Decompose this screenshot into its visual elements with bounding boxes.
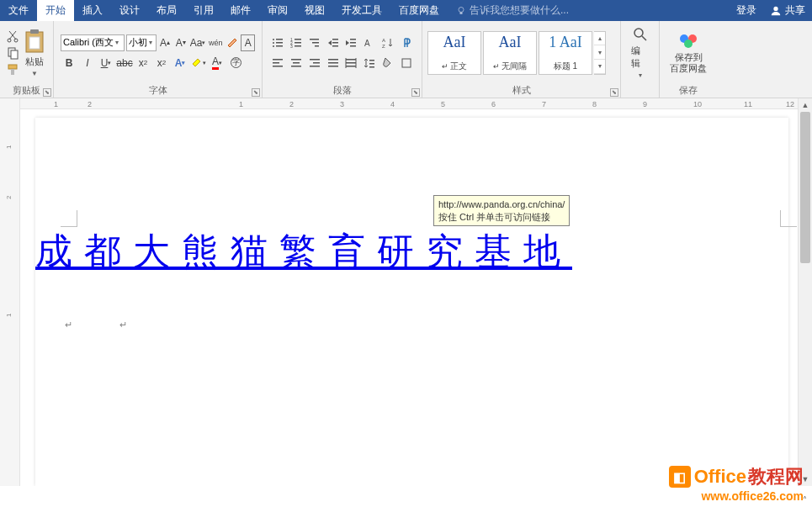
copy-icon[interactable] [5, 45, 20, 61]
tell-me[interactable]: 告诉我您想要做什么... [448, 3, 577, 18]
tab-insert[interactable]: 插入 [74, 0, 111, 21]
tab-mailings[interactable]: 邮件 [222, 0, 259, 21]
tab-references[interactable]: 引用 [185, 0, 222, 21]
crop-mark [61, 210, 77, 227]
vertical-scrollbar[interactable]: ▲ ▼ [798, 98, 812, 486]
bold-button[interactable]: B [61, 55, 77, 71]
shrink-font-icon[interactable]: A▾ [173, 34, 188, 51]
font-color-button[interactable]: A▾ [209, 55, 226, 71]
tab-layout[interactable]: 布局 [148, 0, 185, 21]
distributed-icon[interactable] [343, 55, 360, 71]
align-justify-icon[interactable] [325, 55, 342, 71]
clipboard-launcher[interactable]: ⬊ [43, 88, 51, 97]
search-icon [632, 26, 649, 43]
style-normal[interactable]: AaI ↵正文 [427, 31, 481, 75]
tab-home[interactable]: 开始 [37, 0, 74, 21]
enclosed-char-button[interactable]: 字 [227, 55, 244, 71]
line-spacing-icon[interactable] [361, 55, 378, 71]
ruler-mark: 3 [340, 100, 344, 108]
paragraph-mark: ↵ [119, 320, 127, 330]
paste-button[interactable]: 粘贴 ▼ [22, 25, 47, 81]
cut-icon[interactable] [5, 29, 20, 44]
document-area: 1 2 1 1 2 1 2 3 4 5 6 7 8 9 10 11 12 成都大… [0, 98, 812, 486]
svg-text:A: A [364, 39, 370, 48]
share-label: 共享 [785, 3, 805, 18]
share-button[interactable]: 共享 [763, 3, 812, 18]
svg-rect-13 [276, 39, 283, 40]
ruler-mark: 11 [744, 100, 752, 108]
change-case-icon[interactable]: Aa▾ [189, 34, 206, 51]
text-effects-button[interactable]: A▾ [172, 55, 188, 71]
subscript-button[interactable]: x2 [135, 55, 151, 71]
scroll-up-icon[interactable]: ▲ [799, 98, 812, 112]
tooltip-hint: 按住 Ctrl 并单击可访问链接 [438, 211, 565, 223]
grow-font-icon[interactable]: A▴ [158, 34, 172, 51]
asian-layout-icon[interactable]: A [361, 34, 378, 51]
bullets-icon[interactable] [269, 34, 286, 51]
svg-point-14 [273, 42, 274, 44]
clipboard-label: 剪贴板 [13, 85, 40, 95]
increase-indent-icon[interactable] [343, 34, 360, 51]
page[interactable]: 成都大熊猫繁育研究基地 http://www.panda.org.cn/chin… [35, 118, 788, 486]
borders-icon[interactable] [398, 55, 415, 71]
tab-review[interactable]: 审阅 [259, 0, 296, 21]
paragraph-launcher[interactable]: ⬊ [411, 88, 420, 97]
scroll-thumb[interactable] [800, 112, 810, 263]
svg-rect-43 [313, 62, 320, 64]
hyperlink-heading[interactable]: 成都大熊猫繁育研究基地 [35, 227, 572, 277]
show-marks-icon[interactable] [398, 34, 415, 51]
vertical-ruler: 1 2 1 [0, 98, 20, 486]
svg-rect-38 [273, 66, 283, 67]
tab-view[interactable]: 视图 [296, 0, 333, 21]
style-heading1[interactable]: 1 AaI 标题 1 [539, 31, 592, 75]
menu-bar: 文件 开始 插入 设计 布局 引用 邮件 审阅 视图 开发工具 百度网盘 告诉我… [0, 0, 812, 21]
tab-design[interactable]: 设计 [111, 0, 148, 21]
login-button[interactable]: 登录 [730, 3, 763, 18]
font-size-combo[interactable]: 小初▾ [126, 34, 156, 51]
svg-rect-11 [29, 37, 40, 49]
decrease-indent-icon[interactable] [325, 34, 342, 51]
svg-point-12 [273, 39, 274, 40]
style-nospacing[interactable]: AaI ↵无间隔 [483, 31, 537, 75]
ruler-mark: 1 [239, 100, 243, 108]
baidu-save-button[interactable]: 保存到 百度网盘 [663, 29, 714, 76]
svg-rect-41 [291, 66, 301, 67]
tab-baidu[interactable]: 百度网盘 [390, 0, 448, 21]
hyperlink-tooltip: http://www.panda.org.cn/china/ 按住 Ctrl 并… [433, 195, 570, 226]
char-border-icon[interactable]: A [241, 34, 255, 51]
tab-file[interactable]: 文件 [0, 0, 37, 21]
find-button[interactable]: 编辑 ▾ [624, 23, 655, 82]
align-left-icon[interactable] [269, 55, 286, 71]
font-name-combo[interactable]: Calibri (西文▾ [61, 34, 125, 51]
ruler-mark: 2 [289, 100, 294, 108]
italic-button[interactable]: I [79, 55, 96, 71]
styles-launcher[interactable]: ⬊ [610, 88, 618, 97]
phonetic-guide-icon[interactable]: wén [208, 34, 224, 51]
group-styles: AaI ↵正文 AaI ↵无间隔 1 AaI 标题 1 ▴▾▾ 样式⬊ [422, 21, 621, 98]
svg-rect-54 [402, 59, 411, 67]
align-right-icon[interactable] [306, 55, 323, 71]
shading-icon[interactable] [379, 55, 396, 71]
ruler-mark: 12 [786, 100, 794, 108]
numbering-icon[interactable]: 123 [288, 34, 305, 51]
ribbon: 粘贴 ▼ 剪贴板⬊ Calibri (西文▾ 小初▾ A▴ A▾ Aa▾ wén… [0, 21, 812, 98]
align-center-icon[interactable] [288, 55, 305, 71]
watermark: ◧ Office教程网 www.office26.com [669, 464, 804, 503]
svg-point-58 [684, 40, 693, 48]
clear-format-icon[interactable] [226, 34, 240, 51]
ruler-mark: 5 [441, 100, 445, 108]
font-launcher[interactable]: ⬊ [252, 88, 260, 97]
svg-rect-46 [328, 62, 338, 64]
font-label: 字体 [149, 85, 167, 95]
superscript-button[interactable]: x2 [153, 55, 170, 71]
paragraph-mark: ↵ [65, 320, 72, 330]
multilevel-icon[interactable] [306, 34, 323, 51]
styles-more[interactable]: ▴▾▾ [594, 31, 606, 75]
highlight-button[interactable]: ▾ [190, 55, 207, 71]
tab-developer[interactable]: 开发工具 [333, 0, 390, 21]
format-painter-icon[interactable] [5, 62, 20, 77]
underline-button[interactable]: U▾ [98, 55, 114, 71]
sort-icon[interactable]: AZ [379, 34, 396, 51]
ruler-mark: 9 [643, 100, 647, 108]
strike-button[interactable]: abc [116, 55, 133, 71]
